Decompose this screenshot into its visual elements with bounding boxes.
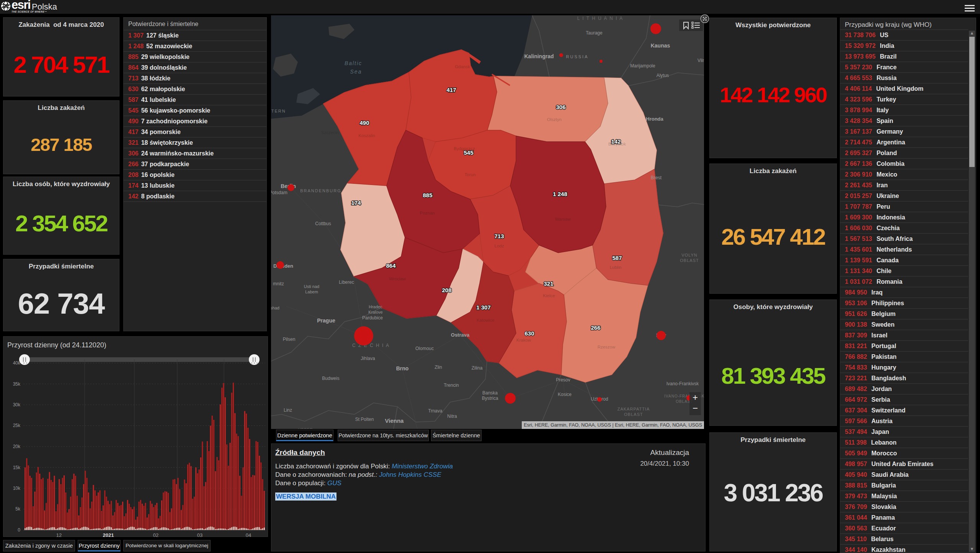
svg-text:30k: 30k [13, 402, 21, 407]
svg-text:Brno: Brno [396, 365, 409, 371]
svg-text:Taurage: Taurage [586, 30, 603, 36]
svg-text:ZAKARPATTIA: ZAKARPATTIA [617, 407, 650, 411]
svg-text:L I T H U A N I A: L I T H U A N I A [577, 16, 623, 21]
svg-text:Ostrava: Ostrava [451, 332, 470, 338]
svg-text:Nitra: Nitra [447, 414, 457, 419]
svg-text:208: 208 [442, 287, 451, 293]
svg-text:Presov: Presov [556, 377, 570, 383]
svg-text:OBLAST: OBLAST [624, 412, 643, 417]
svg-text:1 307: 1 307 [476, 304, 491, 311]
svg-text:Vienna: Vienna [385, 417, 404, 424]
svg-text:885: 885 [423, 192, 432, 198]
svg-text:OBLAST: OBLAST [680, 258, 699, 263]
svg-text:Lublin: Lublin [610, 265, 622, 270]
svg-text:Wroclaw: Wroclaw [389, 276, 406, 281]
svg-text:713: 713 [494, 233, 504, 239]
svg-text:Poznan: Poznan [420, 211, 434, 215]
svg-text:Prague: Prague [317, 317, 335, 324]
svg-text:417: 417 [446, 87, 456, 93]
svg-text:Lodz: Lodz [495, 244, 504, 248]
svg-text:Linz: Linz [284, 407, 292, 413]
svg-text:Koszalin: Koszalin [358, 133, 375, 138]
svg-text:545: 545 [464, 149, 473, 156]
svg-text:12: 12 [56, 532, 62, 537]
svg-text:Hronda: Hronda [646, 116, 663, 122]
svg-text:Pilsen: Pilsen [283, 337, 296, 342]
svg-text:Ivano-Frankivsk: Ivano-Frankivsk [666, 381, 699, 386]
svg-text:Kaunas: Kaunas [651, 43, 670, 49]
svg-text:03: 03 [197, 532, 203, 537]
svg-text:Marijampole: Marijampole [630, 63, 655, 69]
svg-text:490: 490 [359, 119, 369, 126]
svg-text:Banska: Banska [482, 390, 498, 396]
svg-text:Katowice: Katowice [477, 318, 495, 322]
svg-text:0: 0 [18, 527, 20, 533]
svg-text:Torun: Torun [465, 172, 476, 177]
svg-text:Bystrica: Bystrica [482, 396, 498, 401]
svg-text:mnitz: mnitz [273, 281, 284, 286]
svg-text:Cottbus: Cottbus [315, 221, 331, 226]
svg-text:Olsztyn: Olsztyn [547, 117, 562, 122]
svg-text:Warsaw: Warsaw [555, 217, 571, 221]
svg-text:Budweis: Budweis [322, 376, 339, 381]
svg-text:40k: 40k [13, 360, 21, 366]
svg-text:142: 142 [611, 138, 621, 145]
svg-text:Sea: Sea [350, 69, 362, 75]
svg-text:25k: 25k [13, 423, 21, 428]
svg-text:5k: 5k [15, 506, 21, 512]
svg-text:Trnava: Trnava [428, 408, 443, 414]
svg-text:15k: 15k [13, 465, 21, 470]
svg-text:STERN: STERN [271, 109, 286, 113]
svg-text:Kosice: Kosice [558, 392, 572, 397]
svg-text:Krakow: Krakow [516, 338, 531, 342]
svg-text:Jihlava: Jihlava [361, 356, 375, 361]
svg-text:Baltic: Baltic [345, 60, 362, 66]
svg-text:Kaliningrad: Kaliningrad [524, 53, 554, 59]
svg-text:BRANDENBURG: BRANDENBURG [300, 188, 341, 193]
svg-text:Potsdam: Potsdam [271, 190, 287, 195]
svg-text:35k: 35k [13, 381, 21, 387]
svg-text:Hradec: Hradec [369, 304, 382, 309]
svg-text:Trencin: Trencin [444, 383, 459, 388]
svg-text:St Polten: St Polten [355, 417, 374, 422]
svg-text:266: 266 [591, 324, 600, 331]
svg-text:Zilina: Zilina [472, 365, 483, 371]
svg-text:Kielce: Kielce [543, 293, 555, 298]
svg-text:04: 04 [246, 532, 251, 537]
svg-text:Gdansk: Gdansk [455, 64, 470, 69]
svg-text:174: 174 [351, 200, 361, 206]
svg-text:10k: 10k [13, 486, 21, 491]
svg-text:VOLYN: VOLYN [681, 253, 697, 257]
svg-text:630: 630 [524, 330, 534, 337]
svg-text:Labem: Labem [305, 290, 318, 294]
svg-text:RUSSIA: RUSSIA [566, 54, 589, 59]
svg-text:306: 306 [556, 104, 565, 110]
svg-text:Szczecin: Szczecin [321, 130, 339, 135]
svg-text:shad: shad [271, 306, 279, 310]
svg-text:321: 321 [544, 280, 553, 287]
svg-text:Viln: Viln [697, 58, 704, 63]
svg-text:20k: 20k [13, 444, 21, 449]
svg-text:C Z E C H I A: C Z E C H I A [352, 343, 390, 348]
svg-text:Liberec: Liberec [339, 280, 354, 285]
svg-text:Kralove: Kralove [368, 310, 382, 314]
svg-text:Zlin: Zlin [434, 365, 442, 370]
svg-text:2021: 2021 [103, 532, 114, 537]
svg-text:Alytus: Alytus [657, 73, 669, 78]
svg-text:864: 864 [386, 262, 396, 269]
svg-text:02: 02 [153, 532, 158, 537]
svg-text:Rzeszow: Rzeszow [598, 345, 616, 349]
svg-text:Usti nad: Usti nad [304, 284, 319, 289]
svg-text:1 248: 1 248 [553, 191, 567, 197]
svg-text:UPPER: UPPER [298, 428, 313, 429]
svg-text:Brest: Brest [651, 175, 662, 180]
svg-text:Olomouc: Olomouc [415, 346, 434, 351]
svg-text:587: 587 [612, 255, 622, 261]
svg-text:Pardubice: Pardubice [362, 315, 383, 321]
